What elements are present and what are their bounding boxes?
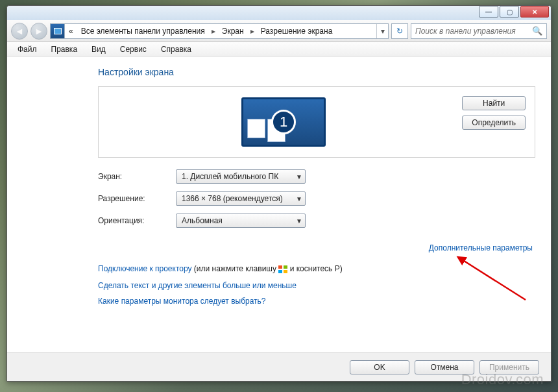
back-button[interactable]: ◄ (11, 23, 28, 40)
projector-line: Подключение к проектору (или нажмите кла… (98, 264, 535, 273)
menu-view[interactable]: Вид (85, 43, 112, 55)
breadcrumb-seg-resolution[interactable]: Разрешение экрана (257, 24, 337, 38)
search-box[interactable]: 🔍 (411, 23, 547, 39)
breadcrumb-back-chevron[interactable]: « (65, 24, 77, 38)
which-params-link[interactable]: Какие параметры монитора следует выбрать… (98, 297, 535, 306)
windows-logo-icon (278, 265, 287, 273)
projector-hint-2: и коснитесь P) (287, 264, 342, 273)
chevron-right-icon: ▸ (248, 24, 257, 38)
menu-edit[interactable]: Правка (45, 43, 84, 55)
control-panel-window: ◄ ► « Все элементы панели управления ▸ Э… (6, 5, 552, 382)
resolution-label: Разрешение: (98, 194, 176, 203)
bottom-links: Сделать текст и другие элементы больше и… (98, 281, 535, 306)
location-icon (51, 24, 65, 38)
navigation-bar: ◄ ► « Все элементы панели управления ▸ Э… (7, 20, 551, 42)
display-preview[interactable]: 1 (105, 93, 462, 151)
display-preview-panel: 1 Найти Определить (98, 86, 535, 158)
menu-bar: Файл Правка Вид Сервис Справка (7, 42, 551, 56)
watermark: Droidov.com (461, 371, 544, 388)
monitor-number: 1 (271, 110, 296, 134)
chevron-down-icon: ▼ (292, 173, 302, 180)
monitor-thumbnail[interactable]: 1 (241, 97, 326, 147)
minimize-button[interactable] (479, 6, 498, 18)
orientation-combo-value: Альбомная (182, 216, 292, 225)
display-label: Экран: (98, 172, 176, 181)
resolution-combo-value: 1366 × 768 (рекомендуется) (182, 194, 292, 203)
resolution-combo[interactable]: 1366 × 768 (рекомендуется) ▼ (176, 191, 306, 206)
chevron-down-icon: ▼ (292, 195, 302, 202)
advanced-link-row: Дополнительные параметры (98, 243, 535, 252)
forward-button[interactable]: ► (30, 23, 47, 40)
page-title: Настройки экрана (98, 67, 535, 77)
advanced-settings-link[interactable]: Дополнительные параметры (429, 243, 533, 252)
settings-grid: Экран: 1. Дисплей мобильного ПК ▼ Разреш… (98, 169, 535, 228)
search-input[interactable] (415, 27, 532, 36)
panel-buttons: Найти Определить (462, 93, 528, 151)
menu-file[interactable]: Файл (11, 43, 43, 55)
display-combo[interactable]: 1. Дисплей мобильного ПК ▼ (176, 169, 306, 184)
close-button[interactable] (520, 6, 549, 18)
display-combo-value: 1. Дисплей мобильного ПК (182, 172, 292, 181)
chevron-right-icon: ▸ (209, 24, 218, 38)
chevron-down-icon: ▼ (292, 217, 302, 225)
maximize-button[interactable] (500, 6, 519, 18)
orientation-combo[interactable]: Альбомная ▼ (176, 214, 306, 228)
title-bar (7, 6, 551, 20)
detect-button[interactable]: Определить (462, 116, 526, 130)
breadcrumb-seg-screen[interactable]: Экран (218, 24, 248, 38)
menu-service[interactable]: Сервис (114, 43, 153, 55)
projector-hint-1: (или нажмите клавишу (192, 264, 279, 273)
text-size-link[interactable]: Сделать текст и другие элементы больше и… (98, 281, 535, 290)
refresh-button[interactable]: ↻ (391, 23, 408, 39)
content-area: Настройки экрана 1 Найти Определить Экра… (7, 56, 551, 352)
breadcrumb-dropdown[interactable]: ▾ (376, 24, 388, 38)
ok-button[interactable]: OK (350, 360, 409, 374)
menu-help[interactable]: Справка (154, 43, 198, 55)
orientation-label: Ориентация: (98, 216, 176, 225)
breadcrumb[interactable]: « Все элементы панели управления ▸ Экран… (50, 23, 389, 39)
search-icon[interactable]: 🔍 (532, 26, 542, 36)
find-button[interactable]: Найти (462, 96, 526, 110)
projector-link[interactable]: Подключение к проектору (98, 264, 192, 273)
breadcrumb-seg-all[interactable]: Все элементы панели управления (77, 24, 209, 38)
